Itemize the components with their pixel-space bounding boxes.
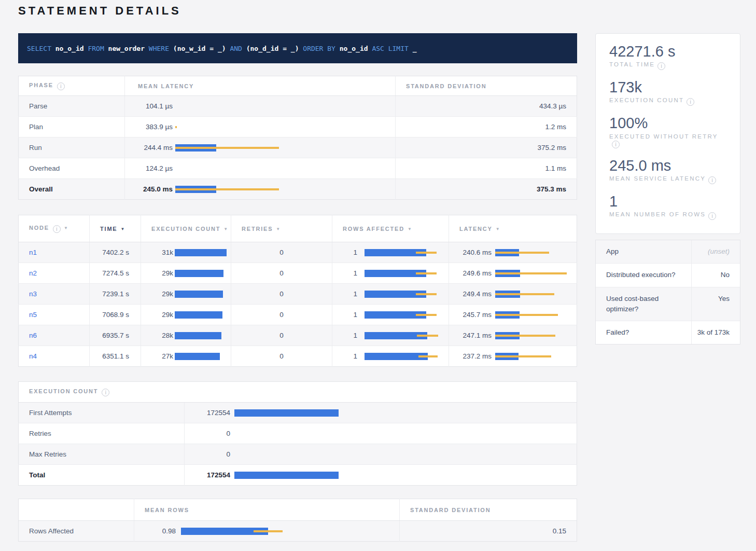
- mean-latency-value: 244.4 ms: [125, 144, 173, 151]
- mean-latency-header-label: MEAN LATENCY: [138, 83, 194, 89]
- node-link[interactable]: n2: [29, 269, 37, 277]
- table-row: Run 244.4 ms 375.2 ms: [19, 137, 577, 158]
- execution-count-table: EXECUTION COUNTi First Attempts 172554 R…: [18, 381, 577, 486]
- retries-column-header[interactable]: RETRIES▼: [231, 215, 332, 242]
- latency-bar: [175, 186, 279, 193]
- info-icon[interactable]: i: [53, 225, 61, 233]
- info-icon[interactable]: i: [708, 212, 716, 220]
- info-icon[interactable]: i: [102, 389, 109, 396]
- time-value: 7068.9 s: [90, 305, 141, 325]
- mean-bar-segment: [234, 409, 339, 417]
- info-icon[interactable]: i: [708, 176, 716, 184]
- table-row: Retries 0: [19, 423, 577, 444]
- stat-label-text: MEAN NUMBER OF ROWS: [609, 211, 706, 217]
- stat-value: 245.0 ms: [609, 157, 727, 174]
- phase-label: Plan: [19, 117, 125, 137]
- mean-latency-cell: 244.4 ms: [125, 137, 396, 158]
- retries-value: 0: [231, 242, 332, 263]
- exec-row-label: Max Retries: [19, 444, 185, 465]
- stddev-bar-segment: [495, 272, 567, 274]
- mean-rows-header-label: MEAN ROWS: [145, 507, 189, 513]
- sort-desc-icon[interactable]: ▼: [496, 227, 501, 231]
- exec-count-cell: 29k: [141, 263, 231, 284]
- latency-bar: [495, 249, 549, 256]
- node-link-cell: n2: [19, 263, 90, 284]
- std-dev-header-label: STANDARD DEVIATION: [406, 83, 486, 89]
- exec-count-cell: 0: [185, 444, 577, 465]
- exec-table-header-label: EXECUTION COUNT: [29, 388, 98, 394]
- mean-latency-value: 104.1 µs: [125, 102, 173, 110]
- rows-affected-cell: 1: [332, 346, 449, 367]
- phase-latency-table: PHASEi MEAN LATENCY STANDARD DEVIATION P…: [18, 76, 577, 200]
- table-header-row: NODEi▼ TIME▼ EXECUTION COUNT▼ RETRIES▼ R…: [19, 215, 577, 242]
- retries-value: 0: [231, 305, 332, 325]
- table-row: n57068.9 s29k01245.7 ms: [19, 305, 577, 325]
- latency-bar: [495, 332, 555, 339]
- detail-label: App: [596, 240, 692, 263]
- std-dev-value: 434.3 µs: [396, 96, 577, 117]
- table-header-row: EXECUTION COUNTi: [19, 382, 577, 403]
- retries-value: 0: [231, 346, 332, 367]
- table-row: n27274.5 s29k01249.6 ms: [19, 263, 577, 284]
- rows-affected-header-label: ROWS AFFECTED: [343, 226, 404, 232]
- table-row: Overhead 124.2 µs 1.1 ms: [19, 158, 577, 179]
- node-link[interactable]: n4: [29, 352, 37, 360]
- detail-value: (unset): [692, 240, 740, 263]
- rows-bar: [181, 528, 283, 535]
- exec-count-value: 27k: [141, 352, 173, 360]
- sort-desc-icon[interactable]: ▼: [64, 226, 69, 230]
- detail-label: Failed?: [596, 321, 692, 344]
- stat-label-text: MEAN SERVICE LATENCY: [609, 175, 706, 182]
- info-icon[interactable]: i: [612, 141, 620, 148]
- stddev-bar-segment: [418, 355, 438, 357]
- statement-details-page: STATEMENT DETAILS SELECT no_o_id FROM ne…: [0, 0, 756, 551]
- sort-desc-icon[interactable]: ▼: [120, 227, 125, 231]
- mean-latency-value: 245.0 ms: [125, 185, 173, 193]
- exec-count-cell: 29k: [141, 284, 231, 305]
- rows-affected-column-header[interactable]: ROWS AFFECTED▼: [332, 215, 449, 242]
- phase-label: Run: [19, 137, 125, 158]
- node-link[interactable]: n5: [29, 311, 37, 319]
- exec-row-label: Total: [19, 465, 185, 486]
- exec-count-cell: 29k: [141, 305, 231, 325]
- phase-label: Overhead: [19, 158, 125, 179]
- node-link[interactable]: n6: [29, 332, 37, 339]
- sort-desc-icon[interactable]: ▼: [276, 227, 281, 231]
- rows-bar: [365, 270, 437, 277]
- detail-row: Distributed execution?No: [596, 264, 740, 287]
- node-link[interactable]: n3: [29, 290, 37, 298]
- latency-value: 247.1 ms: [449, 332, 492, 339]
- sort-desc-icon[interactable]: ▼: [408, 227, 413, 231]
- table-row: First Attempts 172554: [19, 403, 577, 423]
- info-icon[interactable]: i: [657, 62, 665, 70]
- count-bar: [175, 291, 223, 298]
- info-icon[interactable]: i: [687, 98, 694, 106]
- phase-label: Overall: [19, 179, 125, 200]
- exec-row-label: Retries: [19, 423, 185, 444]
- mean-rows-cell: 0.98: [134, 521, 400, 542]
- time-value: 7274.5 s: [90, 263, 141, 284]
- time-column-header[interactable]: TIME▼: [90, 215, 141, 242]
- exec-count-cell: 31k: [141, 242, 231, 263]
- execution-count-column-header[interactable]: EXECUTION COUNT▼: [141, 215, 231, 242]
- execution-count-table-header: EXECUTION COUNTi: [19, 382, 577, 403]
- exec-count-value: 29k: [141, 290, 173, 298]
- sort-desc-icon[interactable]: ▼: [223, 227, 229, 231]
- latency-column-header[interactable]: LATENCY▼: [449, 215, 577, 242]
- node-link[interactable]: n1: [29, 249, 37, 256]
- retries-value: 0: [231, 325, 332, 346]
- rows-affected-label: Rows Affected: [19, 521, 134, 542]
- node-link-cell: n6: [19, 325, 90, 346]
- stddev-bar-segment: [495, 252, 549, 254]
- stddev-bar-segment: [416, 293, 437, 295]
- latency-value: 249.4 ms: [449, 290, 492, 298]
- node-link-cell: n1: [19, 242, 90, 263]
- time-header-label: TIME: [100, 226, 117, 232]
- mean-latency-cell: 124.2 µs: [125, 158, 396, 179]
- stat-value: 173k: [609, 78, 727, 96]
- node-column-header[interactable]: NODEi▼: [19, 215, 90, 242]
- stddev-bar-segment: [175, 126, 177, 128]
- rows-affected-value: 1: [332, 311, 357, 319]
- info-icon[interactable]: i: [57, 82, 65, 90]
- stat-label: EXECUTION COUNTi: [609, 97, 727, 106]
